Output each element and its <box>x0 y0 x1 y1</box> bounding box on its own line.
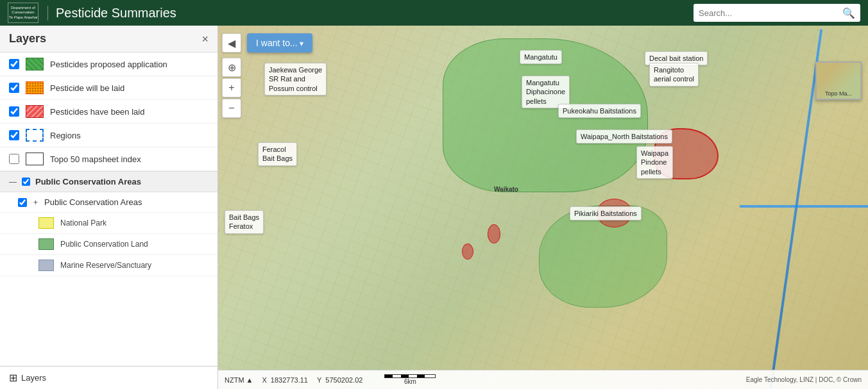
map-controls: ⊕ + − <box>222 58 241 118</box>
sub-icon-national-park <box>38 217 54 229</box>
layer-checkbox-pesticides-proposed[interactable] <box>9 59 19 69</box>
search-button[interactable]: 🔍 <box>842 7 855 19</box>
layers-bottom-label: Layers <box>21 373 46 383</box>
app-title: Pesticide Summaries <box>47 6 176 21</box>
sidebar-sections: Pesticides proposed application Pesticid… <box>0 53 217 366</box>
locate-button[interactable]: ⊕ <box>222 58 241 77</box>
group-checkbox-conservation[interactable] <box>22 178 30 186</box>
logo: Department ofConservationTe Papa Atawhai… <box>8 3 176 23</box>
sub-group-expand-icon[interactable]: + <box>33 198 38 207</box>
logo-box: Department ofConservationTe Papa Atawhai <box>8 3 38 23</box>
pesticide-overlay-3 <box>462 244 473 260</box>
sub-label-public-conservation-land: Public Conservation Land <box>60 240 148 249</box>
map-back-button[interactable]: ◀ <box>222 33 241 53</box>
pesticide-overlay-2 <box>488 224 500 244</box>
layer-label-pesticide-will: Pesticide will be laid <box>50 83 124 93</box>
conservation-areas-group-header: — Public Conservation Areas <box>0 172 217 192</box>
layer-icon-white-bordered <box>26 153 44 165</box>
layer-label-pesticides-have: Pesticides have been laid <box>50 107 144 117</box>
layer-item-pesticide-will: Pesticide will be laid <box>0 76 217 100</box>
search-bar: 🔍 <box>694 4 860 22</box>
map-label-pukeokahu: Pukeokahu Baitstations <box>558 104 641 118</box>
sub-layer-national-park: National Park <box>0 213 217 234</box>
zoom-out-button[interactable]: − <box>222 99 241 118</box>
sidebar-header: Layers × <box>0 26 217 53</box>
sub-group-row: + Public Conservation Areas <box>0 192 217 213</box>
sub-layer-public-conservation-land: Public Conservation Land <box>0 234 217 255</box>
sub-icon-marine-reserve <box>38 260 54 271</box>
i-want-to-button[interactable]: I want to... <box>247 33 312 53</box>
topo-thumbnail[interactable]: Topo Ma... <box>815 62 862 100</box>
layer-checkbox-pesticides-have[interactable] <box>9 106 19 117</box>
sub-group-label: Public Conservation Areas <box>44 197 142 207</box>
map-area[interactable]: ◀ I want to... ⊕ + − Jaekewa GeorgeSR Ra… <box>218 26 868 389</box>
zoom-in-button[interactable]: + <box>222 78 241 97</box>
group-collapse-icon[interactable]: — <box>9 178 17 186</box>
map-label-pikiariki: Pikiariki Baitstations <box>570 206 642 220</box>
sub-label-national-park: National Park <box>60 219 106 228</box>
y-coord-section: Y 5750202.02 <box>317 376 362 384</box>
blue-route-line-2 <box>740 205 868 208</box>
layer-checkbox-regions[interactable] <box>9 130 19 140</box>
conservation-areas-group-label: Public Conservation Areas <box>35 177 141 186</box>
map-label-rangitoto: Rangitotoaerial control <box>649 63 699 87</box>
layer-label-pesticides-proposed: Pesticides proposed application <box>50 60 167 69</box>
sub-icon-public-conservation-land <box>38 238 54 250</box>
main-content: Layers × Pesticides proposed application… <box>0 26 868 389</box>
header: Department ofConservationTe Papa Atawhai… <box>0 0 868 26</box>
sub-layer-marine-reserve: Marine Reserve/Sanctuary <box>0 255 217 276</box>
layer-icon-orange-dotted <box>26 81 44 94</box>
sub-label-marine-reserve: Marine Reserve/Sanctuary <box>60 261 151 270</box>
x-value: 1832773.11 <box>271 376 308 384</box>
map-label-mangatutu: Mangatutu <box>520 50 562 64</box>
layer-icon-blue-dashed <box>26 129 44 142</box>
map-attribution: Eagle Technology, LINZ | DOC, © Crown <box>746 376 862 383</box>
topo-thumb-label: Topo Ma... <box>825 90 852 97</box>
x-coord-section: X 1832773.11 <box>262 376 308 384</box>
sidebar: Layers × Pesticides proposed application… <box>0 26 218 389</box>
y-value: 5750202.02 <box>325 376 362 384</box>
layer-item-regions: Regions <box>0 124 217 147</box>
layer-icon-red-hatched <box>26 105 44 118</box>
sidebar-bottom-bar: ⊞ Layers <box>0 366 217 389</box>
map-label-bait-bags: Bait BagsFeratox <box>225 210 264 234</box>
scale-bar: 6km <box>384 374 436 385</box>
layer-item-pesticides-proposed: Pesticides proposed application <box>0 53 217 76</box>
x-label: X <box>262 376 267 384</box>
layer-checkbox-topo50[interactable] <box>9 154 19 164</box>
map-bottom-bar: NZTM ▲ X 1832773.11 Y 5750202.02 6km Eag… <box>218 370 868 389</box>
sub-group-checkbox[interactable] <box>18 198 27 207</box>
layer-icon-green-hatched <box>26 58 44 70</box>
layer-item-pesticides-have: Pesticides have been laid <box>0 100 217 124</box>
layer-item-topo50: Topo 50 mapsheet index <box>0 147 217 171</box>
y-label: Y <box>317 376 321 384</box>
projection-label: NZTM ▲ <box>225 376 253 384</box>
map-plain-label-waikato: Waikato <box>494 186 518 193</box>
layers-stack-icon: ⊞ <box>9 372 17 384</box>
projection-section: NZTM ▲ <box>225 376 253 384</box>
layer-checkbox-pesticide-will[interactable] <box>9 83 19 93</box>
scale-label: 6km <box>404 378 416 385</box>
map-label-waipapa-pindone: WaipapaPindonepellets <box>636 146 673 179</box>
map-label-waipapa-north: Waipapa_North Baitstations <box>576 129 672 144</box>
sidebar-title: Layers <box>9 32 46 46</box>
layers-bottom-button[interactable]: ⊞ Layers <box>9 372 46 384</box>
map-label-feracol: FeracolBait Bags <box>258 142 297 166</box>
sidebar-close-button[interactable]: × <box>201 33 208 45</box>
layer-label-topo50: Topo 50 mapsheet index <box>50 154 141 164</box>
layer-label-regions: Regions <box>50 131 81 140</box>
search-input[interactable] <box>699 8 842 18</box>
map-label-jaekewa: Jaekewa GeorgeSR Rat andPossum control <box>264 63 327 95</box>
